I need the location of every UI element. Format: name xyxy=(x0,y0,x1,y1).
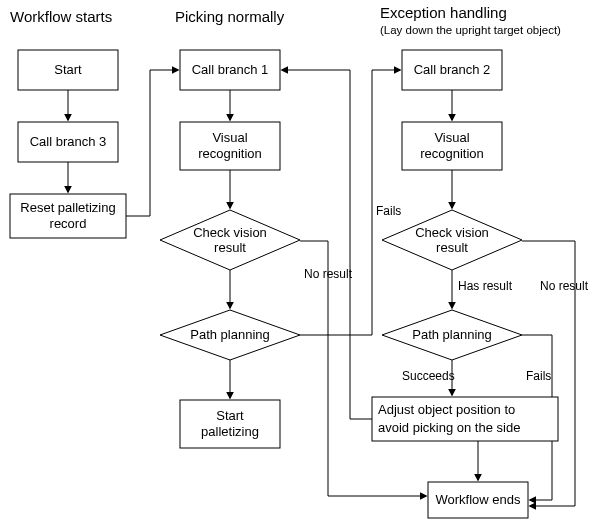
label-call-branch-1: Call branch 1 xyxy=(192,62,269,77)
label-call-branch-3: Call branch 3 xyxy=(30,134,107,149)
label-vr2-b: recognition xyxy=(420,146,484,161)
heading-col3-sub: (Lay down the upright target object) xyxy=(380,24,561,36)
label-pp1-fails: Fails xyxy=(376,204,401,218)
label-sp-b: palletizing xyxy=(201,424,259,439)
label-cv2-noresult: No result xyxy=(540,279,589,293)
heading-col1: Workflow starts xyxy=(10,8,112,25)
label-vr1-b: recognition xyxy=(198,146,262,161)
label-call-branch-2: Call branch 2 xyxy=(414,62,491,77)
label-sp-a: Start xyxy=(216,408,244,423)
label-adjust-b: avoid picking on the side xyxy=(378,420,520,435)
label-reset-palletizing-1: Reset palletizing xyxy=(20,200,115,215)
label-cv1-b: result xyxy=(214,240,246,255)
label-reset-palletizing-2: record xyxy=(50,216,87,231)
heading-col3: Exception handling xyxy=(380,4,507,21)
label-cv2-a: Check vision xyxy=(415,225,489,240)
heading-col2: Picking normally xyxy=(175,8,285,25)
label-pp2-succeeds: Succeeds xyxy=(402,369,455,383)
label-pp2-fails: Fails xyxy=(526,369,551,383)
label-cv2-hasresult: Has result xyxy=(458,279,513,293)
label-cv2-b: result xyxy=(436,240,468,255)
label-pp2: Path planning xyxy=(412,327,492,342)
label-pp1: Path planning xyxy=(190,327,270,342)
edge-adjust-to-cb1 xyxy=(282,70,372,419)
label-vr1-a: Visual xyxy=(212,130,247,145)
label-workflow-ends: Workflow ends xyxy=(435,492,521,507)
label-adjust-a: Adjust object position to xyxy=(378,402,515,417)
label-vr2-a: Visual xyxy=(434,130,469,145)
label-start: Start xyxy=(54,62,82,77)
label-cv1-a: Check vision xyxy=(193,225,267,240)
label-cv1-noresult: No result xyxy=(304,267,353,281)
edge-reset-to-cb1 xyxy=(126,70,178,216)
